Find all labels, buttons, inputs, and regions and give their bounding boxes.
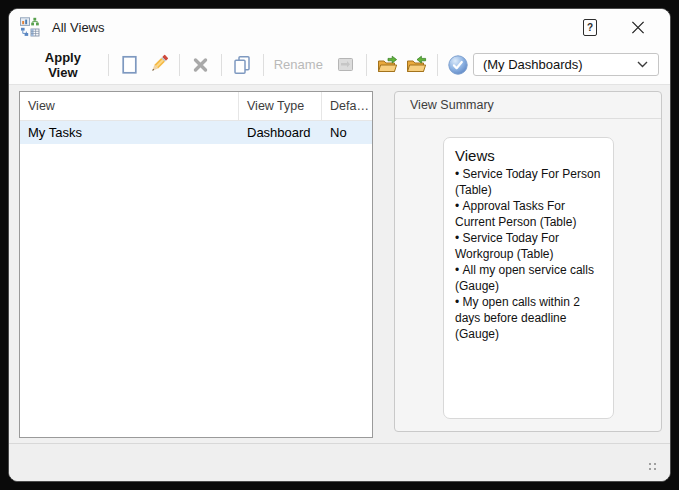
summary-item: Approval Tasks For Current Person (Table… bbox=[455, 199, 602, 231]
help-button[interactable]: ? bbox=[577, 14, 603, 40]
toolbar-separator bbox=[179, 54, 180, 76]
check-button[interactable] bbox=[446, 52, 471, 78]
copy-view-button[interactable] bbox=[230, 52, 255, 78]
close-button[interactable] bbox=[625, 14, 651, 40]
table-row[interactable]: My Tasks Dashboard No bbox=[20, 121, 372, 144]
all-views-window: All Views ? Apply View bbox=[8, 8, 671, 482]
chevron-down-icon bbox=[636, 60, 649, 69]
close-icon bbox=[631, 20, 645, 35]
edit-view-button[interactable] bbox=[146, 52, 171, 78]
new-view-button[interactable] bbox=[117, 52, 142, 78]
rename-view-button[interactable]: Rename bbox=[270, 55, 327, 74]
summary-item: All my open service calls (Gauge) bbox=[455, 263, 602, 295]
cell-default: No bbox=[322, 121, 372, 144]
summary-item: Service Today For Workgroup (Table) bbox=[455, 231, 602, 263]
toolbar-separator bbox=[263, 54, 264, 76]
toolbar-separator bbox=[221, 54, 222, 76]
folder-import-icon bbox=[406, 55, 427, 74]
toolbar-separator bbox=[437, 54, 438, 76]
delete-view-button[interactable] bbox=[188, 52, 213, 78]
content-area: View View Type Defa… My Tasks Dashboard … bbox=[9, 85, 670, 444]
toolbar-separator bbox=[108, 54, 109, 76]
window-title: All Views bbox=[52, 20, 105, 35]
title-bar: All Views ? bbox=[9, 9, 670, 45]
import-view-button[interactable] bbox=[404, 52, 429, 78]
toolbar: Apply View bbox=[9, 45, 670, 85]
view-summary-panel: View Summary Views Service Today For Per… bbox=[394, 91, 662, 432]
column-header-view[interactable]: View bbox=[20, 92, 239, 120]
cell-view: My Tasks bbox=[20, 121, 239, 144]
summary-item: Service Today For Person (Table) bbox=[455, 167, 602, 199]
apply-view-button[interactable]: Apply View bbox=[28, 48, 98, 82]
edit-pencil-icon bbox=[148, 54, 169, 75]
summary-card-title: Views bbox=[455, 147, 602, 164]
swap-arrows-icon bbox=[336, 56, 355, 73]
folder-export-icon bbox=[377, 55, 398, 74]
cell-view-type: Dashboard bbox=[239, 121, 322, 144]
help-icon: ? bbox=[583, 19, 597, 36]
copy-icon bbox=[232, 55, 252, 75]
dashboard-selector-value: (My Dashboards) bbox=[483, 57, 583, 72]
disabled-tool-button[interactable] bbox=[333, 52, 358, 78]
resize-grip[interactable] bbox=[649, 463, 657, 471]
delete-x-icon bbox=[191, 55, 210, 74]
view-summary-title: View Summary bbox=[395, 92, 661, 119]
column-header-default[interactable]: Defa… bbox=[322, 92, 372, 120]
screenshot-background: All Views ? Apply View bbox=[0, 0, 679, 490]
export-view-button[interactable] bbox=[375, 52, 400, 78]
summary-item: My open calls within 2 days before deadl… bbox=[455, 295, 602, 343]
column-header-view-type[interactable]: View Type bbox=[239, 92, 322, 120]
new-view-icon bbox=[120, 55, 139, 75]
table-header: View View Type Defa… bbox=[20, 92, 372, 121]
dashboard-selector[interactable]: (My Dashboards) bbox=[473, 53, 659, 76]
check-circle-icon bbox=[447, 54, 469, 76]
views-table: View View Type Defa… My Tasks Dashboard … bbox=[19, 91, 373, 438]
status-bar bbox=[9, 443, 670, 481]
view-summary-card: Views Service Today For Person (Table) A… bbox=[443, 137, 614, 419]
views-app-icon bbox=[20, 17, 40, 37]
toolbar-separator bbox=[366, 54, 367, 76]
